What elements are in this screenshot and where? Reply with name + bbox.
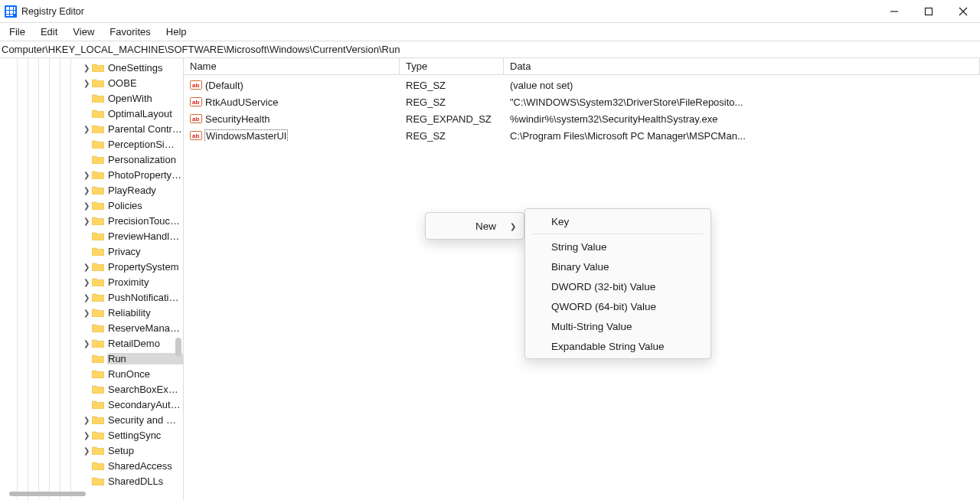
- submenu-item-qword[interactable]: QWORD (64-bit) Value: [525, 296, 710, 316]
- context-menu-item-label: New: [475, 221, 496, 232]
- expand-chevron-icon[interactable]: ❯: [81, 274, 92, 289]
- maximize-button[interactable]: [911, 0, 946, 23]
- submenu-item-binary[interactable]: Binary Value: [525, 257, 710, 276]
- tree-node[interactable]: Privacy: [0, 243, 183, 259]
- tree-node-label: OpenWith: [107, 93, 183, 104]
- tree-node[interactable]: ❯PushNotifications: [0, 289, 183, 305]
- tree-node[interactable]: ❯OneSettings: [0, 60, 183, 75]
- submenu-item-key[interactable]: Key: [525, 211, 710, 231]
- expand-chevron-icon[interactable]: ❯: [81, 259, 92, 274]
- tree-horizontal-scrollbar[interactable]: [9, 492, 86, 496]
- folder-icon: [92, 308, 104, 317]
- expand-chevron-icon[interactable]: ❯: [81, 182, 92, 198]
- submenu-item-dword[interactable]: DWORD (32-bit) Value: [525, 276, 710, 296]
- tree-node[interactable]: OpenWith: [0, 90, 183, 106]
- folder-icon: [92, 124, 104, 133]
- tree-node-label: RunOnce: [107, 368, 183, 380]
- tree-node[interactable]: ❯PropertySystem: [0, 259, 183, 274]
- tree-vertical-scrollbar[interactable]: [175, 338, 181, 356]
- tree-node[interactable]: ❯RetailDemo: [0, 335, 183, 351]
- submenu-item-label: Multi-String Value: [551, 321, 632, 332]
- tree-node[interactable]: PerceptionSimulation: [0, 136, 183, 152]
- expand-chevron-icon[interactable]: ❯: [81, 121, 92, 136]
- expand-chevron-icon[interactable]: ❯: [81, 412, 92, 427]
- expand-chevron-icon[interactable]: ❯: [81, 167, 92, 182]
- folder-icon: [92, 216, 104, 225]
- expand-chevron-icon[interactable]: ❯: [81, 427, 92, 443]
- value-row[interactable]: RtkAudUServiceREG_SZ"C:\WINDOWS\System32…: [184, 93, 980, 110]
- expand-chevron-icon[interactable]: ❯: [81, 305, 92, 320]
- menu-favorites[interactable]: Favorites: [102, 25, 158, 39]
- column-header-name[interactable]: Name: [184, 58, 400, 74]
- expand-chevron-icon[interactable]: ❯: [81, 60, 92, 75]
- address-bar[interactable]: Computer\HKEY_LOCAL_MACHINE\SOFTWARE\Mic…: [0, 41, 980, 58]
- expand-chevron-icon[interactable]: ❯: [81, 443, 92, 458]
- expand-chevron-icon[interactable]: ❯: [81, 335, 92, 351]
- value-name: (Default): [205, 80, 243, 91]
- context-menu-new[interactable]: New ❯: [425, 212, 524, 240]
- expand-chevron-icon[interactable]: ❯: [81, 198, 92, 213]
- context-submenu-new[interactable]: Key String Value Binary Value DWORD (32-…: [524, 208, 711, 359]
- context-menu-item-new[interactable]: New ❯: [426, 216, 524, 236]
- folder-icon: [92, 430, 104, 440]
- folder-icon: [92, 247, 104, 256]
- regedit-app-icon: [5, 5, 17, 18]
- expand-chevron-icon[interactable]: ❯: [81, 213, 92, 228]
- column-header-data[interactable]: Data: [504, 58, 980, 74]
- folder-icon: [92, 155, 104, 164]
- tree-node[interactable]: ❯PrecisionTouchpad: [0, 213, 183, 228]
- tree-node[interactable]: PreviewHandlers: [0, 228, 183, 243]
- tree-node[interactable]: SharedAccess: [0, 458, 183, 473]
- value-row[interactable]: SecurityHealthREG_EXPAND_SZ%windir%\syst…: [184, 110, 980, 127]
- tree-node[interactable]: ❯Setup: [0, 443, 183, 458]
- tree-node[interactable]: RunOnce: [0, 366, 183, 381]
- expand-chevron-icon: [81, 381, 92, 397]
- value-name: WindowsMasterUI: [205, 130, 287, 142]
- minimize-button[interactable]: [877, 0, 911, 23]
- tree-node[interactable]: Personalization: [0, 152, 183, 167]
- close-button[interactable]: [946, 0, 980, 23]
- registry-tree-panel[interactable]: ❯OneSettings❯OOBEOpenWithOptimalLayout❯P…: [0, 58, 184, 500]
- submenu-item-string[interactable]: String Value: [525, 237, 710, 257]
- expand-chevron-icon: [81, 473, 92, 489]
- expand-chevron-icon: [81, 366, 92, 381]
- tree-node[interactable]: ❯PhotoPropertyHandler: [0, 167, 183, 182]
- column-header-type[interactable]: Type: [400, 58, 504, 74]
- tree-node[interactable]: SecondaryAuthFactor: [0, 397, 183, 412]
- value-row[interactable]: WindowsMasterUIREG_SZC:\Program Files\Mi…: [184, 127, 980, 144]
- tree-node[interactable]: Run: [0, 351, 183, 366]
- value-row[interactable]: (Default)REG_SZ(value not set): [184, 77, 980, 93]
- tree-node[interactable]: ❯Reliability: [0, 305, 183, 320]
- tree-node[interactable]: ReserveManager: [0, 320, 183, 335]
- expand-chevron-icon[interactable]: ❯: [81, 289, 92, 305]
- tree-node[interactable]: ❯OOBE: [0, 75, 183, 90]
- tree-node[interactable]: SharedDLLs: [0, 473, 183, 489]
- tree-node[interactable]: ❯Parental Controls: [0, 121, 183, 136]
- tree-node[interactable]: ❯Policies: [0, 198, 183, 213]
- tree-node-label: OOBE: [107, 77, 183, 89]
- tree-node[interactable]: ❯Security and Maintenance: [0, 412, 183, 427]
- tree-node-label: SecondaryAuthFactor: [107, 399, 183, 410]
- tree-node-label: Security and Maintenance: [107, 414, 183, 426]
- values-header: Name Type Data: [184, 58, 980, 75]
- tree-node[interactable]: ❯SettingSync: [0, 427, 183, 443]
- folder-icon: [92, 384, 104, 394]
- menu-help[interactable]: Help: [158, 25, 194, 39]
- values-list: (Default)REG_SZ(value not set)RtkAudUSer…: [184, 75, 980, 144]
- submenu-item-expandable-string[interactable]: Expandable String Value: [525, 336, 710, 356]
- tree-node-label: PrecisionTouchpad: [107, 215, 183, 227]
- menu-edit[interactable]: Edit: [33, 25, 65, 39]
- expand-chevron-icon[interactable]: ❯: [81, 75, 92, 90]
- window-controls: [877, 0, 980, 22]
- menu-view[interactable]: View: [65, 25, 102, 39]
- expand-chevron-icon: [81, 228, 92, 243]
- tree-node[interactable]: OptimalLayout: [0, 106, 183, 121]
- submenu-item-multi-string[interactable]: Multi-String Value: [525, 316, 710, 336]
- menu-file[interactable]: File: [2, 25, 33, 39]
- tree-node-label: SettingSync: [107, 430, 183, 441]
- tree-node[interactable]: ❯Proximity: [0, 274, 183, 289]
- tree-node[interactable]: ❯PlayReady: [0, 182, 183, 198]
- submenu-item-label: Expandable String Value: [551, 341, 665, 352]
- reg-string-icon: [190, 96, 202, 108]
- tree-node[interactable]: SearchBoxExperimentalFeatures: [0, 381, 183, 397]
